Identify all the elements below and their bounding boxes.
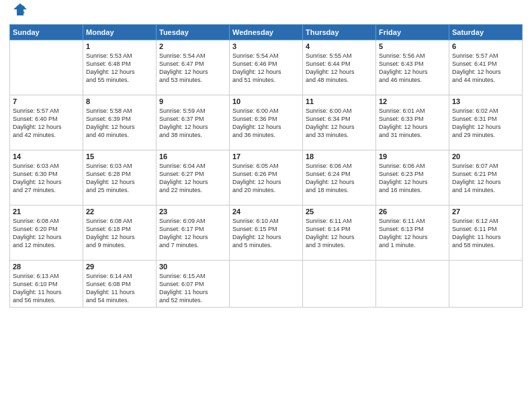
day-info: Sunrise: 6:03 AM Sunset: 6:30 PM Dayligh…: [13, 162, 80, 195]
calendar-cell: [230, 260, 303, 307]
day-number: 19: [379, 152, 446, 161]
day-number: 6: [452, 42, 519, 50]
weekday-header-monday: Monday: [83, 24, 157, 40]
day-info: Sunrise: 6:01 AM Sunset: 6:33 PM Dayligh…: [379, 107, 446, 140]
day-info: Sunrise: 6:11 AM Sunset: 6:13 PM Dayligh…: [379, 217, 446, 250]
day-number: 21: [13, 208, 80, 216]
calendar-cell: 18Sunrise: 6:06 AM Sunset: 6:24 PM Dayli…: [303, 150, 376, 205]
calendar-cell: 26Sunrise: 6:11 AM Sunset: 6:13 PM Dayli…: [376, 205, 449, 260]
day-number: 8: [86, 97, 153, 105]
calendar-cell: 27Sunrise: 6:12 AM Sunset: 6:11 PM Dayli…: [449, 205, 523, 260]
calendar-cell: 14Sunrise: 6:03 AM Sunset: 6:30 PM Dayli…: [10, 150, 83, 205]
day-info: Sunrise: 6:00 AM Sunset: 6:34 PM Dayligh…: [306, 107, 373, 140]
day-number: 1: [86, 42, 153, 50]
calendar-cell: 6Sunrise: 5:57 AM Sunset: 6:41 PM Daylig…: [449, 40, 523, 95]
day-number: 5: [379, 42, 446, 50]
header: [9, 7, 523, 20]
calendar-cell: [10, 40, 83, 95]
day-number: 11: [306, 97, 373, 105]
day-number: 10: [232, 97, 300, 105]
calendar-cell: 13Sunrise: 6:02 AM Sunset: 6:31 PM Dayli…: [449, 95, 523, 150]
day-info: Sunrise: 6:02 AM Sunset: 6:31 PM Dayligh…: [452, 107, 519, 140]
calendar-cell: 3Sunrise: 5:54 AM Sunset: 6:46 PM Daylig…: [230, 40, 303, 95]
calendar-cell: 2Sunrise: 5:54 AM Sunset: 6:47 PM Daylig…: [157, 40, 230, 95]
day-info: Sunrise: 6:09 AM Sunset: 6:17 PM Dayligh…: [159, 217, 226, 250]
day-info: Sunrise: 6:04 AM Sunset: 6:27 PM Dayligh…: [159, 162, 226, 195]
day-number: 18: [306, 152, 373, 161]
day-number: 24: [232, 208, 300, 216]
day-number: 3: [232, 42, 300, 50]
day-info: Sunrise: 5:57 AM Sunset: 6:40 PM Dayligh…: [13, 107, 80, 140]
day-number: 27: [452, 208, 519, 216]
calendar-cell: 22Sunrise: 6:08 AM Sunset: 6:18 PM Dayli…: [83, 205, 157, 260]
day-number: 29: [86, 263, 153, 271]
weekday-header-wednesday: Wednesday: [230, 24, 303, 40]
day-info: Sunrise: 6:08 AM Sunset: 6:18 PM Dayligh…: [86, 217, 153, 250]
day-number: 26: [379, 208, 446, 216]
day-info: Sunrise: 6:05 AM Sunset: 6:26 PM Dayligh…: [232, 162, 300, 195]
weekday-header-thursday: Thursday: [303, 24, 376, 40]
logo-arrow-icon: [12, 2, 27, 17]
calendar-cell: 15Sunrise: 6:03 AM Sunset: 6:28 PM Dayli…: [83, 150, 157, 205]
calendar-cell: 29Sunrise: 6:14 AM Sunset: 6:08 PM Dayli…: [83, 260, 157, 307]
day-info: Sunrise: 6:12 AM Sunset: 6:11 PM Dayligh…: [452, 217, 519, 250]
day-number: 20: [452, 152, 519, 161]
day-info: Sunrise: 6:03 AM Sunset: 6:28 PM Dayligh…: [86, 162, 153, 195]
day-number: 12: [379, 97, 446, 105]
day-number: 2: [159, 42, 226, 50]
weekday-header-saturday: Saturday: [449, 24, 523, 40]
logo: [9, 7, 27, 20]
calendar-cell: 9Sunrise: 5:59 AM Sunset: 6:37 PM Daylig…: [157, 95, 230, 150]
calendar-cell: 1Sunrise: 5:53 AM Sunset: 6:48 PM Daylig…: [83, 40, 157, 95]
calendar-cell: 12Sunrise: 6:01 AM Sunset: 6:33 PM Dayli…: [376, 95, 449, 150]
weekday-header-tuesday: Tuesday: [157, 24, 230, 40]
day-number: 17: [232, 152, 300, 161]
day-info: Sunrise: 6:08 AM Sunset: 6:20 PM Dayligh…: [13, 217, 80, 250]
day-info: Sunrise: 6:10 AM Sunset: 6:15 PM Dayligh…: [232, 217, 300, 250]
day-number: 4: [306, 42, 373, 50]
calendar-cell: 11Sunrise: 6:00 AM Sunset: 6:34 PM Dayli…: [303, 95, 376, 150]
calendar-cell: 21Sunrise: 6:08 AM Sunset: 6:20 PM Dayli…: [10, 205, 83, 260]
day-number: 13: [452, 97, 519, 105]
calendar-cell: 20Sunrise: 6:07 AM Sunset: 6:21 PM Dayli…: [449, 150, 523, 205]
day-info: Sunrise: 5:55 AM Sunset: 6:44 PM Dayligh…: [306, 52, 373, 85]
day-info: Sunrise: 5:56 AM Sunset: 6:43 PM Dayligh…: [379, 52, 446, 85]
day-number: 9: [159, 97, 226, 105]
calendar-cell: [449, 260, 523, 307]
calendar-cell: 16Sunrise: 6:04 AM Sunset: 6:27 PM Dayli…: [157, 150, 230, 205]
day-info: Sunrise: 6:11 AM Sunset: 6:14 PM Dayligh…: [306, 217, 373, 250]
calendar-cell: 30Sunrise: 6:15 AM Sunset: 6:07 PM Dayli…: [157, 260, 230, 307]
day-info: Sunrise: 6:13 AM Sunset: 6:10 PM Dayligh…: [13, 272, 80, 305]
day-number: 25: [306, 208, 373, 216]
calendar-cell: 17Sunrise: 6:05 AM Sunset: 6:26 PM Dayli…: [230, 150, 303, 205]
day-info: Sunrise: 6:07 AM Sunset: 6:21 PM Dayligh…: [452, 162, 519, 195]
calendar-table: SundayMondayTuesdayWednesdayThursdayFrid…: [9, 24, 523, 308]
day-number: 14: [13, 152, 80, 161]
calendar-body: 1Sunrise: 5:53 AM Sunset: 6:48 PM Daylig…: [10, 40, 523, 307]
calendar-cell: 19Sunrise: 6:06 AM Sunset: 6:23 PM Dayli…: [376, 150, 449, 205]
calendar-cell: 24Sunrise: 6:10 AM Sunset: 6:15 PM Dayli…: [230, 205, 303, 260]
day-info: Sunrise: 5:54 AM Sunset: 6:46 PM Dayligh…: [232, 52, 300, 85]
day-number: 16: [159, 152, 226, 161]
day-info: Sunrise: 6:06 AM Sunset: 6:23 PM Dayligh…: [379, 162, 446, 195]
day-number: 22: [86, 208, 153, 216]
calendar-cell: 5Sunrise: 5:56 AM Sunset: 6:43 PM Daylig…: [376, 40, 449, 95]
day-number: 23: [159, 208, 226, 216]
calendar-cell: 4Sunrise: 5:55 AM Sunset: 6:44 PM Daylig…: [303, 40, 376, 95]
day-info: Sunrise: 5:53 AM Sunset: 6:48 PM Dayligh…: [86, 52, 153, 85]
day-info: Sunrise: 6:15 AM Sunset: 6:07 PM Dayligh…: [159, 272, 226, 305]
calendar-cell: 25Sunrise: 6:11 AM Sunset: 6:14 PM Dayli…: [303, 205, 376, 260]
weekday-header-sunday: Sunday: [10, 24, 83, 40]
calendar-cell: [303, 260, 376, 307]
day-number: 30: [159, 263, 226, 271]
calendar-cell: 10Sunrise: 6:00 AM Sunset: 6:36 PM Dayli…: [230, 95, 303, 150]
weekday-header-friday: Friday: [376, 24, 449, 40]
calendar-week-1: 1Sunrise: 5:53 AM Sunset: 6:48 PM Daylig…: [10, 40, 523, 95]
day-info: Sunrise: 5:54 AM Sunset: 6:47 PM Dayligh…: [159, 52, 226, 85]
calendar-week-2: 7Sunrise: 5:57 AM Sunset: 6:40 PM Daylig…: [10, 95, 523, 150]
calendar-week-4: 21Sunrise: 6:08 AM Sunset: 6:20 PM Dayli…: [10, 205, 523, 260]
calendar-cell: 28Sunrise: 6:13 AM Sunset: 6:10 PM Dayli…: [10, 260, 83, 307]
calendar-container: SundayMondayTuesdayWednesdayThursdayFrid…: [0, 0, 532, 411]
svg-marker-1: [13, 3, 27, 15]
calendar-week-5: 28Sunrise: 6:13 AM Sunset: 6:10 PM Dayli…: [10, 260, 523, 307]
